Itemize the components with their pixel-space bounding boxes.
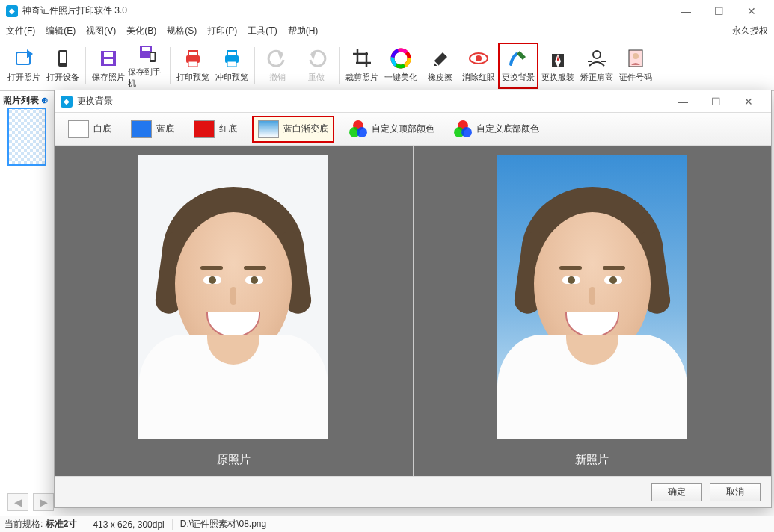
- open-device-button[interactable]: 打开设备: [43, 43, 82, 88]
- color-wheel-icon: [390, 48, 411, 69]
- nav-arrows: ◀ ▶: [7, 493, 54, 511]
- shoulder-icon: [586, 48, 607, 69]
- menu-edit[interactable]: 编辑(E): [46, 25, 76, 37]
- bg-custom-bottom-option[interactable]: 自定义底部颜色: [449, 117, 544, 141]
- photo-list: [7, 108, 48, 257]
- dialog-close-button[interactable]: ✕: [732, 91, 765, 112]
- menu-view[interactable]: 视图(V): [86, 25, 116, 37]
- original-label: 原照片: [217, 453, 251, 467]
- undo-button[interactable]: 撤销: [258, 43, 297, 88]
- eraser-button[interactable]: 橡皮擦: [420, 43, 459, 88]
- svg-point-24: [593, 51, 601, 58]
- blue-swatch: [131, 120, 152, 138]
- maximize-button[interactable]: ☐: [702, 1, 735, 22]
- svg-rect-12: [188, 61, 197, 66]
- svg-rect-2: [60, 52, 66, 63]
- undo-icon: [267, 48, 288, 69]
- menu-tools[interactable]: 工具(T): [248, 25, 277, 37]
- app-icon: ◆: [6, 5, 18, 17]
- bg-blue-option[interactable]: 蓝底: [126, 117, 179, 141]
- svg-rect-9: [151, 53, 155, 60]
- menubar: 文件(F) 编辑(E) 视图(V) 美化(B) 规格(S) 打印(P) 工具(T…: [0, 22, 774, 40]
- statusbar: 当前规格: 标准2寸 413 x 626, 300dpi D:\证件照素材\08…: [0, 516, 774, 532]
- change-bg-button[interactable]: 更换背景: [498, 43, 538, 89]
- app-title: 神奇证件照片打印软件 3.0: [22, 4, 669, 17]
- bg-white-option[interactable]: 白底: [64, 117, 116, 141]
- save-icon: [98, 48, 119, 69]
- shoulder-button[interactable]: 矫正肩高: [577, 43, 616, 88]
- compare-area: 原照片 新照片: [55, 146, 771, 476]
- white-swatch: [68, 120, 89, 138]
- svg-rect-7: [142, 47, 150, 51]
- red-swatch: [194, 120, 215, 138]
- device-icon: [52, 48, 73, 69]
- menu-beautify[interactable]: 美化(B): [126, 25, 156, 37]
- gradient-swatch: [258, 120, 279, 138]
- license-label: 永久授权: [732, 25, 768, 37]
- menu-print[interactable]: 打印(P): [207, 25, 237, 37]
- main-titlebar: ◆ 神奇证件照片打印软件 3.0 — ☐ ✕: [0, 0, 774, 22]
- develop-preview-button[interactable]: 冲印预览: [212, 43, 251, 88]
- status-spec: 当前规格: 标准2寸: [4, 518, 85, 531]
- cancel-button[interactable]: 取消: [710, 483, 761, 501]
- redeye-button[interactable]: 消除红眼: [459, 43, 498, 88]
- svg-point-23: [476, 55, 482, 61]
- printer-icon: [182, 48, 203, 69]
- svg-rect-4: [104, 52, 113, 57]
- save-photo-button[interactable]: 保存照片: [89, 43, 128, 88]
- ok-button[interactable]: 确定: [651, 483, 702, 501]
- original-pane: 原照片: [55, 146, 413, 476]
- bg-custom-top-option[interactable]: 自定义顶部颜色: [345, 117, 439, 141]
- develop-icon: [221, 48, 242, 69]
- id-photo-icon: [625, 48, 646, 69]
- bg-red-option[interactable]: 红底: [189, 117, 242, 141]
- prev-photo-button[interactable]: ◀: [7, 493, 28, 511]
- rgb-icon: [454, 120, 472, 138]
- bg-options-bar: 白底 蓝底 红底 蓝白渐变底 自定义顶部颜色 自定义底部颜色: [55, 113, 771, 146]
- dialog-minimize-button[interactable]: —: [666, 91, 699, 112]
- new-photo: [497, 155, 687, 439]
- eraser-icon: [429, 48, 450, 69]
- brush-icon: [508, 48, 529, 69]
- id-number-button[interactable]: 证件号码: [616, 43, 655, 88]
- dialog-maximize-button[interactable]: ☐: [699, 91, 732, 112]
- minimize-button[interactable]: —: [669, 1, 702, 22]
- status-dimensions: 413 x 626, 300dpi: [93, 519, 172, 530]
- svg-point-26: [633, 53, 639, 59]
- change-clothes-button[interactable]: 更换服装: [538, 43, 577, 88]
- close-button[interactable]: ✕: [735, 1, 768, 22]
- print-preview-button[interactable]: 打印预览: [173, 43, 212, 88]
- status-path: D:\证件照素材\08.png: [180, 518, 266, 531]
- svg-rect-15: [227, 61, 236, 66]
- change-bg-dialog: ◆ 更换背景 — ☐ ✕ 白底 蓝底 红底 蓝白渐变底 自定义顶部颜色 自定义底…: [54, 90, 772, 508]
- open-photo-icon: [13, 48, 34, 69]
- beautify-button[interactable]: 一键美化: [381, 43, 420, 88]
- open-photo-button[interactable]: 打开照片: [4, 43, 43, 88]
- menu-spec[interactable]: 规格(S): [167, 25, 197, 37]
- photo-thumbnail[interactable]: [7, 108, 46, 166]
- rgb-icon: [349, 120, 367, 138]
- eye-icon: [468, 48, 489, 69]
- new-label: 新照片: [575, 453, 609, 467]
- redo-button[interactable]: 重做: [297, 43, 336, 88]
- menu-help[interactable]: 帮助(H): [288, 25, 319, 37]
- crop-button[interactable]: 裁剪照片: [343, 43, 381, 88]
- dialog-icon: ◆: [61, 96, 73, 108]
- next-photo-button[interactable]: ▶: [33, 493, 54, 511]
- suit-icon: [547, 48, 568, 69]
- dialog-title: 更换背景: [77, 95, 666, 108]
- redo-icon: [306, 48, 327, 69]
- photo-list-label: 照片列表 ⊕: [3, 94, 49, 107]
- original-photo: [138, 155, 328, 439]
- save-phone-icon: [137, 43, 158, 64]
- crop-icon: [351, 48, 372, 69]
- new-pane: 新照片: [414, 146, 772, 476]
- dialog-buttons: 确定 取消: [55, 476, 771, 507]
- save-to-phone-button[interactable]: 保存到手机: [128, 43, 167, 88]
- bg-gradient-option[interactable]: 蓝白渐变底: [252, 116, 334, 143]
- dialog-titlebar: ◆ 更换背景 — ☐ ✕: [55, 90, 771, 113]
- menu-file[interactable]: 文件(F): [6, 25, 35, 37]
- toolbar: 打开照片 打开设备 保存照片 保存到手机 打印预览 冲印预览 撤销 重做 裁剪照…: [0, 40, 774, 91]
- svg-rect-5: [104, 59, 113, 64]
